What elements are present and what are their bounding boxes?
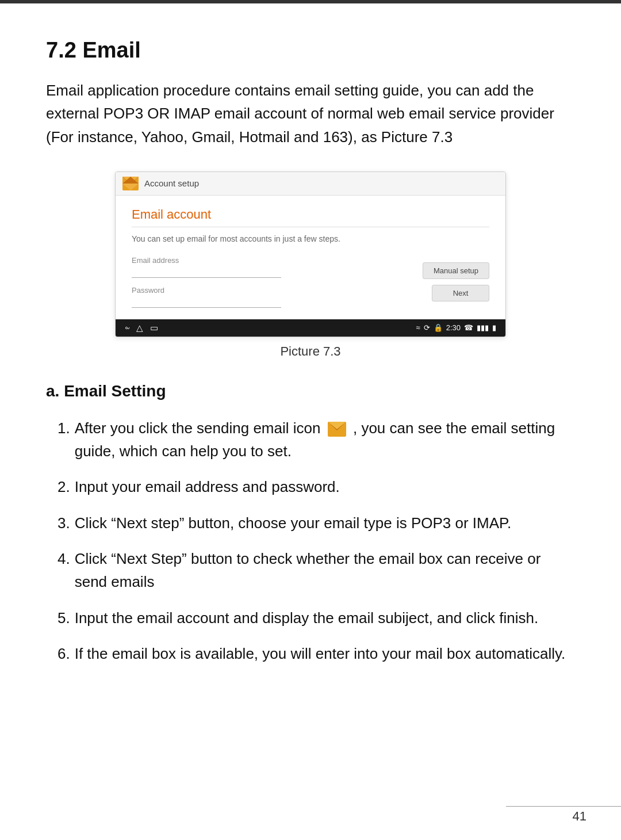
- step-4-text: Click “Next Step” button to check whethe…: [75, 547, 575, 594]
- step-1-num: 1.: [57, 417, 70, 440]
- step-2-num: 2.: [57, 475, 70, 498]
- email-account-subtitle: You can set up email for most accounts i…: [132, 234, 489, 243]
- step-2-text: Input your email address and password.: [75, 475, 575, 498]
- list-item: 6. If the email box is available, you wi…: [57, 642, 575, 665]
- button-group: Manual setup Next: [423, 262, 489, 301]
- status-bar: ⧜ △ ▭ ≈ ⟳ 🔒 2:30 ☎ ▮▮▮ ▮: [116, 319, 505, 337]
- password-input[interactable]: [132, 296, 281, 308]
- list-item: 1. After you click the sending email ico…: [57, 417, 575, 463]
- field-group: Email address Password: [132, 256, 411, 308]
- email-address-label: Email address: [132, 256, 411, 265]
- email-address-field: Email address: [132, 256, 411, 278]
- signal-icon: ☎: [464, 323, 473, 332]
- email-address-input[interactable]: [132, 266, 281, 278]
- time-display: 2:30: [446, 323, 461, 332]
- list-item: 3. Click “Next step” button, choose your…: [57, 511, 575, 534]
- section-title: 7.2 Email: [46, 38, 575, 63]
- battery-icon: ▮: [492, 323, 496, 332]
- form-row: Email address Password Manual setup Next: [132, 256, 489, 308]
- steps-list: 1. After you click the sending email ico…: [46, 417, 575, 665]
- status-left: ⧜ △ ▭: [125, 323, 158, 333]
- account-setup-label: Account setup: [144, 178, 199, 188]
- subsection-title: a. Email Setting: [46, 382, 575, 400]
- svg-marker-2: [122, 177, 139, 184]
- mockup-body: Email account You can set up email for m…: [116, 196, 505, 319]
- section-description: Email application procedure contains ema…: [46, 79, 575, 148]
- lock-icon: 🔒: [434, 323, 443, 332]
- email-account-title: Email account: [132, 207, 489, 227]
- step-1-text: After you click the sending email icon ,…: [75, 417, 575, 463]
- step-5-num: 5.: [57, 606, 70, 629]
- mockup-header: Account setup: [116, 172, 505, 196]
- step-3-text: Click “Next step” button, choose your em…: [75, 511, 575, 534]
- account-setup-icon: [122, 177, 139, 190]
- password-field: Password: [132, 286, 411, 308]
- phone-mockup: Account setup Email account You can set …: [115, 171, 506, 337]
- step-5-text: Input the email account and display the …: [75, 606, 575, 629]
- wifi-icon: ≈: [416, 323, 420, 332]
- svg-rect-0: [122, 177, 139, 190]
- list-item: 5. Input the email account and display t…: [57, 606, 575, 629]
- signal-bars: ▮▮▮: [477, 323, 489, 332]
- home-icon[interactable]: △: [136, 323, 143, 333]
- recents-icon[interactable]: ▭: [150, 323, 158, 333]
- email-inline-icon: [328, 422, 346, 437]
- svg-marker-1: [122, 177, 139, 185]
- next-button[interactable]: Next: [432, 285, 489, 301]
- password-label: Password: [132, 286, 411, 295]
- status-right: ≈ ⟳ 🔒 2:30 ☎ ▮▮▮ ▮: [416, 323, 496, 332]
- step-3-num: 3.: [57, 511, 70, 534]
- list-item: 2. Input your email address and password…: [57, 475, 575, 498]
- step-4-num: 4.: [57, 547, 70, 570]
- page-number-line: [506, 806, 621, 807]
- list-item: 4. Click “Next Step” button to check whe…: [57, 547, 575, 594]
- step-6-num: 6.: [57, 642, 70, 665]
- back-icon[interactable]: ⧜: [125, 323, 129, 333]
- step-6-text: If the email box is available, you will …: [75, 642, 575, 665]
- picture-caption: Picture 7.3: [46, 344, 575, 359]
- sync-icon: ⟳: [424, 323, 430, 332]
- page-number: 41: [573, 809, 586, 824]
- manual-setup-button[interactable]: Manual setup: [423, 262, 489, 279]
